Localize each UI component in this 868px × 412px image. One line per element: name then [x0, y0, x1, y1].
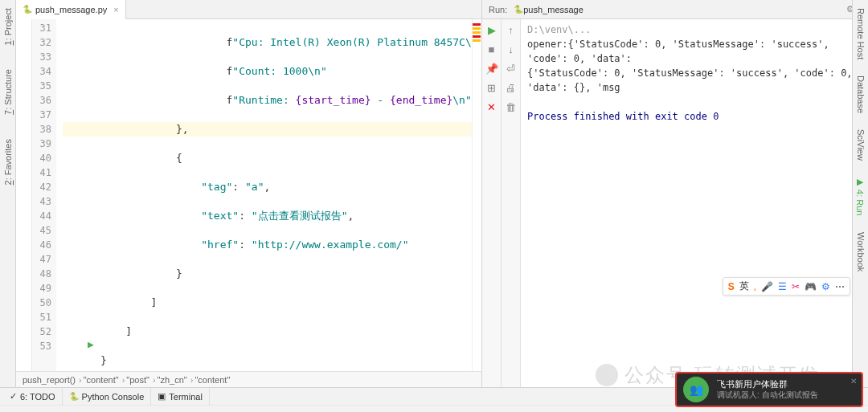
structure-tool[interactable]: 7: Structure	[3, 69, 13, 115]
error-markers	[472, 19, 481, 371]
ime-punct-icon[interactable]: ,	[754, 281, 756, 292]
toast-close-icon[interactable]: ✕	[850, 377, 857, 385]
right-tool-panel: Remote Host Database SciView ▶ 4: Run Wo…	[852, 0, 868, 387]
ime-keyboard-icon[interactable]: ☰	[778, 281, 787, 292]
gutter-icons	[16, 19, 32, 371]
ime-logo-icon: S	[728, 281, 735, 292]
editor-area: 🐍 push_message.py × 313233 343536 373839…	[16, 0, 482, 387]
terminal-tool[interactable]: ▣Terminal	[151, 388, 210, 406]
run-toolbar-secondary: ↑ ↓ ⏎ 🖨 🗑	[502, 19, 521, 387]
run-gutter-icon[interactable]: ▶	[88, 337, 94, 352]
wechat-icon	[596, 364, 618, 386]
toast-avatar-icon: 👥	[683, 377, 709, 402]
run-config-name[interactable]: push_message	[523, 5, 583, 14]
python-icon: 🐍	[514, 5, 523, 14]
notification-toast[interactable]: 👥 飞书新用户体验群 调试机器人: 自动化测试报告 ✕	[675, 372, 863, 407]
rerun-button[interactable]: ▶	[485, 22, 499, 37]
run-output[interactable]: D:\venv\... opener:{'StatusCode': 0, 'St…	[521, 19, 868, 387]
todo-tool[interactable]: ✓6: TODO	[3, 388, 63, 406]
editor-tab-bar: 🐍 push_message.py ×	[16, 0, 481, 19]
python-console-tool[interactable]: 🐍Python Console	[63, 388, 152, 406]
code-editor[interactable]: 313233 343536 373839 404142 434445 46474…	[16, 19, 481, 371]
ime-more-icon[interactable]: ⋯	[835, 281, 845, 292]
wrap-button[interactable]: ⏎	[504, 61, 518, 75]
python-file-icon: 🐍	[23, 5, 32, 14]
remote-host-tool[interactable]: Remote Host	[856, 8, 866, 59]
favorites-tool[interactable]: 2: Favorites	[3, 139, 13, 185]
run-toolbar-primary: ▶ ■ 📌 ⊞ ✕	[482, 19, 502, 387]
tab-close-icon[interactable]: ×	[113, 5, 118, 14]
tab-filename: push_message.py	[35, 5, 107, 14]
up-button[interactable]: ↑	[504, 22, 518, 37]
ime-lang[interactable]: 英	[739, 279, 749, 293]
code-content[interactable]: f"Cpu: Intel(R) Xeon(R) Platinum 8457C\n…	[56, 19, 472, 371]
line-numbers: 313233 343536 373839 404142 434445 46474…	[32, 19, 56, 371]
sciview-tool[interactable]: SciView	[856, 129, 866, 161]
run-label: Run:	[489, 5, 507, 14]
print-button[interactable]: 🖨	[504, 80, 518, 95]
workbook-tool[interactable]: Workbook	[856, 232, 866, 271]
breadcrumb[interactable]: push_report()› "content"› "post"› "zh_cn…	[16, 371, 481, 387]
ime-voice-icon[interactable]: 🎤	[761, 281, 773, 292]
ime-toolbar[interactable]: S 英 , 🎤 ☰ ✂ 🎮 ⚙ ⋯	[723, 277, 850, 296]
exit-button[interactable]: ✕	[485, 100, 499, 114]
down-button[interactable]: ↓	[504, 42, 518, 56]
left-tool-panel: 1: Project 7: Structure 2: Favorites	[0, 0, 16, 387]
toast-subtitle: 调试机器人: 自动化测试报告	[717, 390, 818, 401]
pin-button[interactable]: 📌	[485, 61, 499, 75]
stop-button[interactable]: ■	[485, 42, 499, 56]
run-panel: Run: 🐍 push_message ⚙ ▾ ▶ ■ 📌 ⊞ ✕ ↑ ↓ ⏎ …	[482, 0, 868, 387]
run-header: Run: 🐍 push_message ⚙ ▾	[482, 0, 868, 19]
ime-settings-icon[interactable]: ⚙	[821, 281, 830, 292]
layout-button[interactable]: ⊞	[485, 80, 499, 95]
ime-snip-icon[interactable]: ✂	[792, 281, 800, 292]
toast-title: 飞书新用户体验群	[717, 378, 818, 390]
editor-tab[interactable]: 🐍 push_message.py ×	[16, 0, 126, 19]
trash-button[interactable]: 🗑	[504, 100, 518, 114]
run-tool[interactable]: ▶ 4: Run	[855, 177, 866, 215]
database-tool[interactable]: Database	[856, 75, 866, 113]
project-tool[interactable]: 1: Project	[3, 8, 13, 45]
ime-game-icon[interactable]: 🎮	[805, 281, 817, 292]
